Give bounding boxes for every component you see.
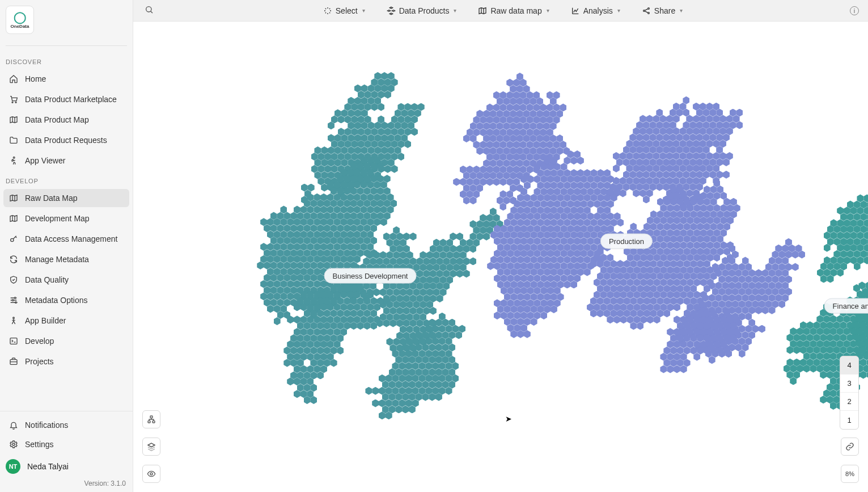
chevron-down-icon: ▾: [362, 7, 365, 14]
sidebar-item-access-mgmt[interactable]: Data Access Management: [3, 230, 129, 248]
sidebar-item-label: Manage Metadata: [25, 255, 89, 264]
bell-icon: [9, 420, 25, 430]
sidebar-item-app-builder[interactable]: App Builder: [3, 312, 129, 330]
hierarchy-icon: [147, 415, 156, 424]
sidebar-item-marketplace[interactable]: Data Product Marketplace: [3, 90, 129, 108]
search-button[interactable]: [142, 3, 156, 18]
level-button-3[interactable]: 3: [840, 375, 858, 393]
level-selector: 4 3 2 1: [840, 356, 859, 430]
svg-point-0: [12, 102, 13, 103]
hex-layer: [133, 22, 868, 492]
sidebar-item-label: Data Access Management: [25, 234, 117, 243]
cluster-label-business-development[interactable]: Business Development: [324, 268, 417, 284]
chart-line-icon: [571, 6, 580, 15]
topbar-action-analysis[interactable]: Analysis ▾: [571, 6, 620, 15]
home-icon: [9, 74, 25, 83]
topbar-action-share[interactable]: Share ▾: [642, 6, 683, 15]
map-icon: [9, 194, 25, 203]
sidebar-item-label: Data Quality: [25, 275, 69, 284]
topbar-action-data-products[interactable]: Data Products ▾: [387, 6, 457, 15]
brand-name: OneData: [11, 24, 29, 29]
cursor-sparkle-icon: [323, 6, 332, 15]
topbar: Select ▾ Data Products ▾ Raw data map ▾ …: [133, 0, 868, 22]
shield-check-icon: [9, 275, 25, 284]
brand-logo[interactable]: ◯ OneData: [6, 6, 34, 34]
sidebar-item-manage-metadata[interactable]: Manage Metadata: [3, 250, 129, 268]
level-button-1[interactable]: 1: [840, 411, 858, 429]
sidebar-item-label: App Viewer: [25, 156, 65, 165]
user-profile[interactable]: NT Neda Talyai: [0, 455, 133, 478]
avatar: NT: [6, 459, 20, 474]
link-button[interactable]: [841, 438, 859, 456]
sidebar-item-home[interactable]: Home: [3, 70, 129, 88]
visibility-tool-button[interactable]: [142, 465, 160, 483]
topbar-action-label: Share: [654, 6, 675, 15]
sidebar-item-label: Data Product Requests: [25, 136, 107, 145]
sidebar-item-settings[interactable]: Settings: [3, 435, 129, 453]
layers-tool-button[interactable]: [142, 438, 160, 456]
level-button-4[interactable]: 4: [840, 356, 858, 375]
svg-point-2: [13, 157, 15, 158]
sidebar-item-requests[interactable]: Data Product Requests: [3, 131, 129, 149]
cluster-label-production[interactable]: Production: [600, 234, 653, 249]
info-button[interactable]: i: [850, 6, 859, 15]
map-icon: [9, 214, 25, 223]
svg-rect-15: [150, 416, 153, 418]
terminal-icon: [9, 337, 25, 346]
topbar-action-label: Data Products: [399, 6, 450, 15]
sidebar-item-label: App Builder: [25, 316, 66, 325]
sidebar-item-label: Develop: [25, 337, 54, 346]
map-icon: [9, 115, 25, 124]
sidebar-item-label: Raw Data Map: [25, 194, 78, 203]
svg-point-12: [643, 10, 645, 11]
cube-stack-icon: [387, 6, 396, 15]
sidebar: ◯ OneData DISCOVER Home Data Product Mar…: [0, 0, 133, 492]
topbar-actions: Select ▾ Data Products ▾ Raw data map ▾ …: [156, 6, 850, 15]
sidebar-item-develop[interactable]: Develop: [3, 332, 129, 350]
map-canvas[interactable]: Business Development Production Finance …: [133, 22, 868, 492]
key-icon: [9, 234, 25, 243]
level-button-2[interactable]: 2: [840, 393, 858, 411]
sidebar-section-discover: DISCOVER: [0, 52, 133, 69]
sidebar-item-label: Settings: [25, 440, 54, 449]
sidebar-item-app-viewer[interactable]: App Viewer: [3, 152, 129, 170]
cluster-label-finance[interactable]: Finance and Administration: [824, 298, 868, 314]
topbar-action-label: Raw data map: [490, 6, 541, 15]
sidebar-item-projects[interactable]: Projects: [3, 352, 129, 371]
topbar-action-raw-data-map[interactable]: Raw data map ▾: [478, 6, 549, 15]
svg-point-11: [146, 7, 151, 12]
sliders-icon: [9, 296, 25, 305]
chevron-down-icon: ▾: [680, 7, 683, 14]
sidebar-section-develop: DEVELOP: [0, 171, 133, 188]
sidebar-item-label: Development Map: [25, 214, 90, 223]
chevron-down-icon: ▾: [617, 7, 620, 14]
sidebar-item-label: Home: [25, 74, 46, 83]
zoom-percent[interactable]: 8%: [841, 465, 859, 483]
user-name: Neda Talyai: [27, 462, 69, 471]
sidebar-item-metadata-options[interactable]: Metadata Options: [3, 291, 129, 309]
tool-column: [142, 410, 160, 483]
cart-icon: [9, 95, 25, 104]
main: Select ▾ Data Products ▾ Raw data map ▾ …: [133, 0, 868, 492]
search-icon: [145, 5, 154, 14]
sidebar-item-product-map[interactable]: Data Product Map: [3, 111, 129, 129]
sidebar-item-data-quality[interactable]: Data Quality: [3, 271, 129, 289]
sidebar-item-raw-data-map[interactable]: Raw Data Map: [3, 189, 129, 207]
topbar-action-label: Select: [336, 6, 358, 15]
link-icon: [845, 442, 854, 451]
brand-glyph-icon: ◯: [14, 11, 26, 23]
layers-icon: [147, 442, 156, 451]
svg-point-5: [12, 300, 14, 301]
svg-point-4: [14, 297, 16, 299]
topbar-action-select[interactable]: Select ▾: [323, 6, 365, 15]
briefcase-icon: [9, 357, 25, 366]
hierarchy-tool-button[interactable]: [142, 410, 160, 428]
sidebar-item-development-map[interactable]: Development Map: [3, 209, 129, 228]
svg-point-14: [648, 12, 650, 14]
sidebar-item-notifications[interactable]: Notifications: [3, 416, 129, 434]
chevron-down-icon: ▾: [547, 7, 549, 14]
svg-point-18: [150, 473, 153, 475]
topbar-action-label: Analysis: [583, 6, 613, 15]
gear-icon: [9, 440, 25, 449]
sidebar-footer: Notifications Settings NT Neda Talyai Ve…: [0, 411, 133, 492]
